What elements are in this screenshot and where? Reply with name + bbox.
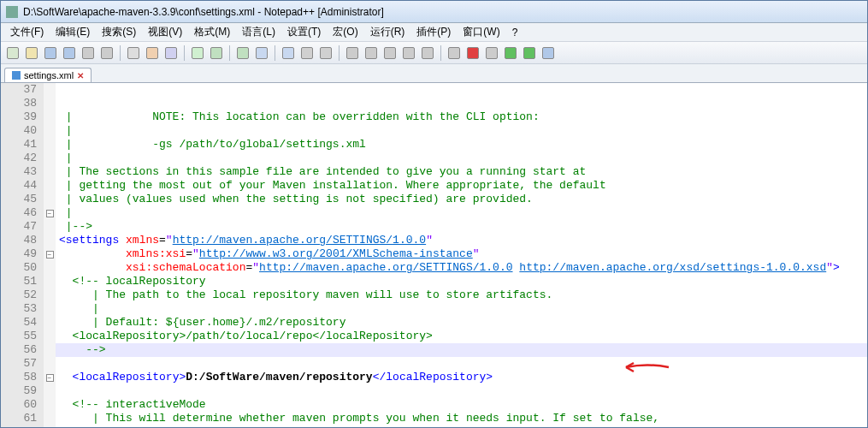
copy-icon[interactable] [162,45,180,62]
redo-icon[interactable] [234,45,251,62]
paste-icon[interactable] [189,45,206,62]
stop-icon[interactable] [483,45,500,62]
save-all-icon[interactable] [61,45,78,62]
menu-search[interactable]: 搜索(S) [96,23,142,41]
line-number: 52 [1,288,37,302]
code-line[interactable]: | [56,124,867,138]
menu-macro[interactable]: 宏(O) [327,23,363,41]
cut-icon[interactable] [144,45,161,62]
line-number: 42 [1,152,37,165]
code-line[interactable]: xsi:schemaLocation="http://maven.apache.… [56,261,867,275]
line-number: 47 [1,220,37,234]
menu-run[interactable]: 运行(R) [364,23,411,41]
menu-plugins[interactable]: 插件(P) [410,23,457,41]
annotation-arrow-icon [569,345,673,394]
code-line[interactable]: --> [56,343,867,357]
line-number: 57 [1,357,37,371]
save-icon[interactable] [42,45,59,62]
code-line[interactable] [56,357,867,371]
code-line[interactable]: <settings xmlns="http://maven.apache.org… [56,234,867,247]
line-number: 43 [1,165,37,179]
file-icon [12,71,21,80]
line-number-gutter: 3738394041424344454647484950515253545556… [1,83,44,427]
zoom-in-icon[interactable] [298,45,316,62]
code-area[interactable]: | NOTE: This location can be overridden … [56,83,867,427]
open-icon[interactable] [23,45,40,62]
app-window: D:\SoftWare\apache-maven-3.3.9\conf\sett… [0,0,868,428]
code-line[interactable]: <localRepository>/path/to/local/repo</lo… [56,330,867,343]
tab-settings-xml[interactable]: settings.xml ✕ [4,68,92,82]
toolbar [1,42,867,64]
menu-format[interactable]: 格式(M) [188,23,236,41]
app-icon [6,6,18,18]
code-line[interactable]: xmlns:xsi="http://www.w3.org/2001/XMLSch… [56,247,867,261]
menu-help[interactable]: ? [506,25,524,40]
print-icon[interactable] [125,45,142,62]
save-macro-icon[interactable] [540,45,557,62]
code-line[interactable]: |--> [56,220,867,234]
line-number: 53 [1,302,37,316]
code-line[interactable]: <!-- interactiveMode [56,398,867,412]
undo-icon[interactable] [208,45,225,62]
code-line[interactable]: | The sections in this sample file are i… [56,165,867,179]
show-all-icon[interactable] [381,45,399,62]
close-all-icon[interactable] [98,45,115,62]
line-number: 39 [1,110,37,124]
sync-icon[interactable] [344,45,361,62]
line-number: 59 [1,384,37,398]
code-line[interactable]: <!-- localRepository [56,275,867,288]
code-line[interactable] [56,384,867,398]
menubar: 文件(F) 编辑(E) 搜索(S) 视图(V) 格式(M) 语言(L) 设置(T… [1,23,867,42]
code-line[interactable]: | [56,302,867,316]
code-line[interactable]: | [56,152,867,165]
fold-toggle[interactable]: − [46,251,54,259]
code-line[interactable]: | getting the most out of your Maven ins… [56,179,867,193]
code-line[interactable]: | -gs /path/to/global/settings.xml [56,138,867,152]
code-line[interactable]: | maven will use a sensible default valu… [56,425,867,427]
code-line[interactable]: | NOTE: This location can be overridden … [56,110,867,124]
zoom-out-icon[interactable] [317,45,334,62]
line-number: 38 [1,97,37,110]
wrap-icon[interactable] [363,45,380,62]
close-icon[interactable] [80,45,97,62]
guide-icon[interactable] [400,45,417,62]
window-title: D:\SoftWare\apache-maven-3.3.9\conf\sett… [23,6,862,18]
menu-settings[interactable]: 设置(T) [281,23,327,41]
line-number: 58 [1,371,37,384]
titlebar: D:\SoftWare\apache-maven-3.3.9\conf\sett… [1,1,867,23]
line-number: 49 [1,247,37,261]
play-multi-icon[interactable] [521,45,538,62]
menu-edit[interactable]: 编辑(E) [50,23,96,41]
code-line[interactable]: | values (values used when the setting i… [56,193,867,206]
tab-close-icon[interactable]: ✕ [77,71,84,80]
replace-icon[interactable] [280,45,297,62]
line-number: 48 [1,234,37,247]
play-icon[interactable] [502,45,519,62]
fold-column: −−− [44,83,56,427]
record-icon[interactable] [464,45,481,62]
lang-icon[interactable] [419,45,436,62]
line-number: 50 [1,261,37,275]
code-line[interactable]: | [56,206,867,220]
menu-view[interactable]: 视图(V) [142,23,188,41]
line-number: 51 [1,275,37,288]
menu-language[interactable]: 语言(L) [236,23,281,41]
new-icon[interactable] [4,45,21,62]
menu-file[interactable]: 文件(F) [4,23,50,41]
monitor-icon[interactable] [446,45,463,62]
fold-toggle[interactable]: − [46,210,54,217]
fold-toggle[interactable]: − [46,374,54,382]
find-icon[interactable] [253,45,270,62]
code-line[interactable]: <localRepository>D:/SoftWare/maven/repos… [56,371,867,384]
line-number: 41 [1,138,37,152]
line-number: 61 [1,412,37,425]
code-line[interactable]: | The path to the local repository maven… [56,288,867,302]
editor[interactable]: 3738394041424344454647484950515253545556… [1,83,867,427]
code-line[interactable]: | This will determine whether maven prom… [56,412,867,425]
tab-label: settings.xml [24,70,74,80]
line-number: 44 [1,179,37,193]
code-line[interactable]: | Default: ${user.home}/.m2/repository [56,316,867,330]
line-number: 37 [1,83,37,97]
line-number: 45 [1,193,37,206]
menu-window[interactable]: 窗口(W) [457,23,505,41]
